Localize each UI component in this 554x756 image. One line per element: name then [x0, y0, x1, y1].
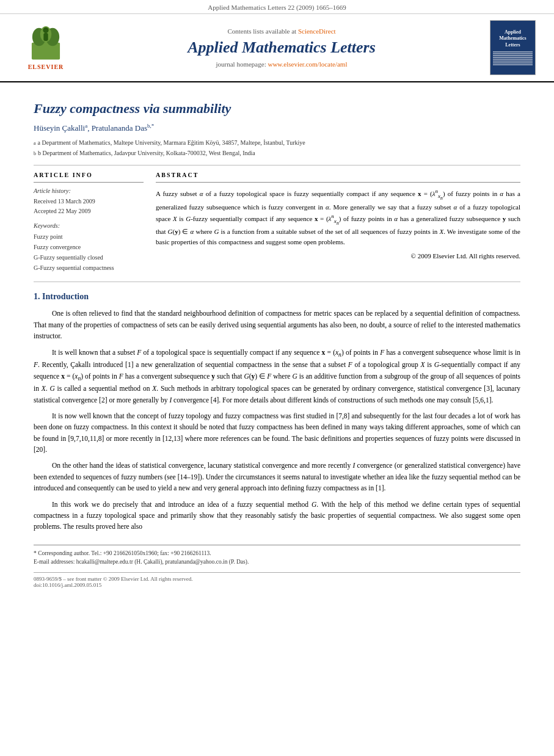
intro-paragraph-1: One is often relieved to find that the s… [34, 308, 520, 341]
journal-reference: Applied Mathematics Letters 22 (2009) 16… [208, 4, 346, 11]
intro-paragraph-5: In this work we do precisely that and in… [34, 499, 520, 532]
intro-paragraph-3: It is now well known that the concept of… [34, 410, 520, 456]
info-abstract-section: ARTICLE INFO Article history: Received 1… [34, 172, 520, 273]
page-wrapper: Applied Mathematics Letters 22 (2009) 16… [0, 0, 554, 756]
footer-bar: 0893-9659/$ – see front matter © 2009 El… [34, 572, 520, 588]
received-date: Received 13 March 2009 [34, 197, 144, 206]
info-divider [34, 182, 144, 183]
affiliations: a a Department of Mathematics, Maltepe U… [34, 138, 520, 158]
or-more-generally-text: or more generally by [109, 396, 167, 404]
keyword-1: Fuzzy point [34, 231, 144, 242]
elsevier-brand-text: ELSEVIER [28, 64, 64, 70]
footer-section: * Corresponding author. Tel.: +90 216626… [34, 545, 520, 589]
svg-point-5 [43, 27, 48, 32]
article-info-heading: ARTICLE INFO [34, 172, 144, 178]
journal-header: ELSEVIER Contents lists available at Sci… [0, 14, 554, 82]
cover-title: AppliedMathematicsLetters [499, 29, 526, 48]
keyword-4: G-Fuzzy sequential compactness [34, 263, 144, 273]
introduction-heading: 1. Introduction [34, 292, 520, 302]
copyright-notice: © 2009 Elsevier Ltd. All rights reserved… [156, 252, 520, 260]
history-label: Article history: [34, 187, 144, 194]
journal-name: Applied Mathematics Letters [86, 38, 478, 57]
section-divider-2 [34, 282, 520, 282]
authors-line: Hüseyin Çakallia, Pratulananda Dasb,* [34, 123, 520, 133]
homepage-link[interactable]: www.elsevier.com/locate/aml [268, 60, 347, 68]
sciencedirect-link[interactable]: ScienceDirect [298, 27, 336, 35]
accepted-date: Accepted 22 May 2009 [34, 206, 144, 216]
keyword-3: G-Fuzzy sequentially closed [34, 252, 144, 263]
main-content: Fuzzy compactness via summability Hüseyi… [0, 82, 554, 600]
abstract-column: ABSTRACT A fuzzy subset α of a fuzzy top… [156, 172, 520, 273]
svg-rect-6 [43, 33, 48, 41]
elsevier-tree-icon [27, 26, 64, 62]
keywords-label: Keywords: [34, 222, 144, 229]
intro-paragraph-4: On the other hand the ideas of statistic… [34, 460, 520, 493]
journal-homepage: journal homepage: www.elsevier.com/locat… [86, 60, 478, 68]
affiliation-a: a a Department of Mathematics, Maltepe U… [34, 138, 520, 147]
article-info-column: ARTICLE INFO Article history: Received 1… [34, 172, 144, 273]
abstract-heading: ABSTRACT [156, 172, 520, 178]
cover-decorative-lines [493, 51, 533, 66]
journal-title-section: Contents lists available at ScienceDirec… [73, 27, 490, 68]
intro-paragraph-2: It is well known that a subset F of a to… [34, 347, 520, 405]
journal-cover: AppliedMathematicsLetters [490, 20, 536, 75]
contents-line: Contents lists available at ScienceDirec… [86, 27, 478, 35]
abstract-divider [156, 182, 520, 183]
top-bar: Applied Mathematics Letters 22 (2009) 16… [0, 0, 554, 14]
corresponding-author-note: * Corresponding author. Tel.: +90 216626… [34, 549, 520, 567]
keyword-2: Fuzzy convergence [34, 242, 144, 252]
elsevier-logo: ELSEVIER [18, 26, 73, 70]
abstract-text: A fuzzy subset α of a fuzzy topological … [156, 187, 520, 247]
section-divider-1 [34, 165, 520, 165]
affiliation-b: b b Department of Mathematics, Jadavpur … [34, 148, 520, 158]
article-title: Fuzzy compactness via summability [34, 101, 520, 117]
